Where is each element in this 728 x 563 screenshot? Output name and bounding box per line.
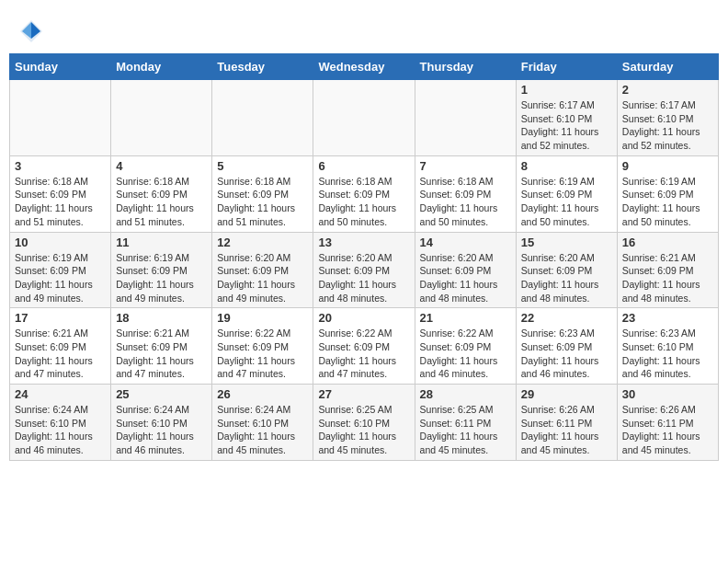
calendar-day-16: 16Sunrise: 6:21 AMSunset: 6:09 PMDayligh… xyxy=(617,232,718,308)
calendar-day-7: 7Sunrise: 6:18 AMSunset: 6:09 PMDaylight… xyxy=(415,155,516,232)
day-info: Sunrise: 6:20 AMSunset: 6:09 PMDaylight:… xyxy=(318,251,409,305)
day-number: 26 xyxy=(217,387,308,401)
header xyxy=(9,9,719,49)
day-info: Sunrise: 6:26 AMSunset: 6:11 PMDaylight:… xyxy=(622,403,713,457)
day-info: Sunrise: 6:19 AMSunset: 6:09 PMDaylight:… xyxy=(116,251,207,305)
calendar-table: SundayMondayTuesdayWednesdayThursdayFrid… xyxy=(9,53,719,461)
logo xyxy=(18,18,48,44)
logo-icon xyxy=(18,18,44,44)
header-tuesday: Tuesday xyxy=(212,54,313,80)
day-number: 24 xyxy=(15,387,106,401)
day-info: Sunrise: 6:19 AMSunset: 6:09 PMDaylight:… xyxy=(15,251,106,305)
day-number: 25 xyxy=(116,387,207,401)
day-info: Sunrise: 6:22 AMSunset: 6:09 PMDaylight:… xyxy=(420,327,511,381)
calendar-day-24: 24Sunrise: 6:24 AMSunset: 6:10 PMDayligh… xyxy=(10,385,111,461)
day-info: Sunrise: 6:17 AMSunset: 6:10 PMDaylight:… xyxy=(622,98,713,153)
day-number: 14 xyxy=(420,236,511,249)
calendar-day-30: 30Sunrise: 6:26 AMSunset: 6:11 PMDayligh… xyxy=(617,385,718,461)
day-number: 27 xyxy=(318,387,409,401)
day-number: 7 xyxy=(420,159,511,173)
calendar-day-28: 28Sunrise: 6:25 AMSunset: 6:11 PMDayligh… xyxy=(415,385,516,461)
day-info: Sunrise: 6:23 AMSunset: 6:10 PMDaylight:… xyxy=(622,327,713,381)
calendar-day-3: 3Sunrise: 6:18 AMSunset: 6:09 PMDaylight… xyxy=(10,155,111,232)
day-number: 2 xyxy=(622,83,713,97)
day-number: 1 xyxy=(521,83,612,97)
calendar-day-14: 14Sunrise: 6:20 AMSunset: 6:09 PMDayligh… xyxy=(415,232,516,308)
calendar-week-row: 1Sunrise: 6:17 AMSunset: 6:10 PMDaylight… xyxy=(10,80,719,156)
calendar-day-9: 9Sunrise: 6:19 AMSunset: 6:09 PMDaylight… xyxy=(617,155,718,232)
day-info: Sunrise: 6:21 AMSunset: 6:09 PMDaylight:… xyxy=(116,327,207,381)
day-number: 10 xyxy=(15,236,106,249)
day-info: Sunrise: 6:24 AMSunset: 6:10 PMDaylight:… xyxy=(15,403,106,457)
calendar-day-8: 8Sunrise: 6:19 AMSunset: 6:09 PMDaylight… xyxy=(516,155,617,232)
day-number: 30 xyxy=(622,387,713,401)
day-info: Sunrise: 6:18 AMSunset: 6:09 PMDaylight:… xyxy=(420,175,511,229)
calendar-day-25: 25Sunrise: 6:24 AMSunset: 6:10 PMDayligh… xyxy=(111,385,212,461)
calendar-empty-cell xyxy=(415,80,516,156)
day-number: 15 xyxy=(521,236,612,249)
day-number: 18 xyxy=(116,311,207,325)
day-number: 4 xyxy=(116,159,207,173)
day-number: 6 xyxy=(318,159,409,173)
calendar-day-15: 15Sunrise: 6:20 AMSunset: 6:09 PMDayligh… xyxy=(516,232,617,308)
day-info: Sunrise: 6:18 AMSunset: 6:09 PMDaylight:… xyxy=(318,175,409,229)
day-info: Sunrise: 6:21 AMSunset: 6:09 PMDaylight:… xyxy=(622,251,713,305)
calendar-empty-cell xyxy=(212,80,313,156)
calendar-header-row: SundayMondayTuesdayWednesdayThursdayFrid… xyxy=(10,54,719,80)
day-number: 3 xyxy=(15,159,106,173)
day-number: 19 xyxy=(217,311,308,325)
calendar-day-10: 10Sunrise: 6:19 AMSunset: 6:09 PMDayligh… xyxy=(10,232,111,308)
header-wednesday: Wednesday xyxy=(313,54,415,80)
day-info: Sunrise: 6:20 AMSunset: 6:09 PMDaylight:… xyxy=(420,251,511,305)
day-number: 13 xyxy=(318,236,409,249)
calendar-day-1: 1Sunrise: 6:17 AMSunset: 6:10 PMDaylight… xyxy=(516,80,617,156)
day-info: Sunrise: 6:25 AMSunset: 6:10 PMDaylight:… xyxy=(318,403,409,457)
day-info: Sunrise: 6:26 AMSunset: 6:11 PMDaylight:… xyxy=(521,403,612,457)
calendar-day-5: 5Sunrise: 6:18 AMSunset: 6:09 PMDaylight… xyxy=(212,155,313,232)
calendar-day-11: 11Sunrise: 6:19 AMSunset: 6:09 PMDayligh… xyxy=(111,232,212,308)
day-info: Sunrise: 6:18 AMSunset: 6:09 PMDaylight:… xyxy=(15,175,106,229)
calendar-day-29: 29Sunrise: 6:26 AMSunset: 6:11 PMDayligh… xyxy=(516,385,617,461)
day-info: Sunrise: 6:23 AMSunset: 6:09 PMDaylight:… xyxy=(521,327,612,381)
day-info: Sunrise: 6:25 AMSunset: 6:11 PMDaylight:… xyxy=(420,403,511,457)
calendar-day-27: 27Sunrise: 6:25 AMSunset: 6:10 PMDayligh… xyxy=(313,385,415,461)
calendar-day-4: 4Sunrise: 6:18 AMSunset: 6:09 PMDaylight… xyxy=(111,155,212,232)
day-number: 17 xyxy=(15,311,106,325)
calendar-empty-cell xyxy=(111,80,212,156)
day-info: Sunrise: 6:17 AMSunset: 6:10 PMDaylight:… xyxy=(521,98,612,153)
calendar-day-6: 6Sunrise: 6:18 AMSunset: 6:09 PMDaylight… xyxy=(313,155,415,232)
calendar-day-22: 22Sunrise: 6:23 AMSunset: 6:09 PMDayligh… xyxy=(516,308,617,385)
header-thursday: Thursday xyxy=(415,54,516,80)
header-sunday: Sunday xyxy=(10,54,111,80)
header-monday: Monday xyxy=(111,54,212,80)
calendar-week-row: 17Sunrise: 6:21 AMSunset: 6:09 PMDayligh… xyxy=(10,308,719,385)
day-number: 5 xyxy=(217,159,308,173)
day-number: 9 xyxy=(622,159,713,173)
calendar-empty-cell xyxy=(313,80,415,156)
calendar-day-21: 21Sunrise: 6:22 AMSunset: 6:09 PMDayligh… xyxy=(415,308,516,385)
calendar-week-row: 24Sunrise: 6:24 AMSunset: 6:10 PMDayligh… xyxy=(10,385,719,461)
calendar-day-26: 26Sunrise: 6:24 AMSunset: 6:10 PMDayligh… xyxy=(212,385,313,461)
day-info: Sunrise: 6:19 AMSunset: 6:09 PMDaylight:… xyxy=(622,175,713,229)
calendar-day-18: 18Sunrise: 6:21 AMSunset: 6:09 PMDayligh… xyxy=(111,308,212,385)
day-number: 20 xyxy=(318,311,409,325)
day-number: 11 xyxy=(116,236,207,249)
day-info: Sunrise: 6:24 AMSunset: 6:10 PMDaylight:… xyxy=(217,403,308,457)
calendar-day-23: 23Sunrise: 6:23 AMSunset: 6:10 PMDayligh… xyxy=(617,308,718,385)
day-number: 12 xyxy=(217,236,308,249)
calendar-day-20: 20Sunrise: 6:22 AMSunset: 6:09 PMDayligh… xyxy=(313,308,415,385)
day-info: Sunrise: 6:20 AMSunset: 6:09 PMDaylight:… xyxy=(217,251,308,305)
day-number: 23 xyxy=(622,311,713,325)
day-number: 16 xyxy=(622,236,713,249)
header-friday: Friday xyxy=(516,54,617,80)
day-info: Sunrise: 6:20 AMSunset: 6:09 PMDaylight:… xyxy=(521,251,612,305)
calendar-week-row: 3Sunrise: 6:18 AMSunset: 6:09 PMDaylight… xyxy=(10,155,719,232)
day-info: Sunrise: 6:19 AMSunset: 6:09 PMDaylight:… xyxy=(521,175,612,229)
header-saturday: Saturday xyxy=(617,54,718,80)
day-number: 29 xyxy=(521,387,612,401)
calendar-day-2: 2Sunrise: 6:17 AMSunset: 6:10 PMDaylight… xyxy=(617,80,718,156)
day-number: 28 xyxy=(420,387,511,401)
day-info: Sunrise: 6:22 AMSunset: 6:09 PMDaylight:… xyxy=(318,327,409,381)
day-number: 8 xyxy=(521,159,612,173)
calendar-day-19: 19Sunrise: 6:22 AMSunset: 6:09 PMDayligh… xyxy=(212,308,313,385)
